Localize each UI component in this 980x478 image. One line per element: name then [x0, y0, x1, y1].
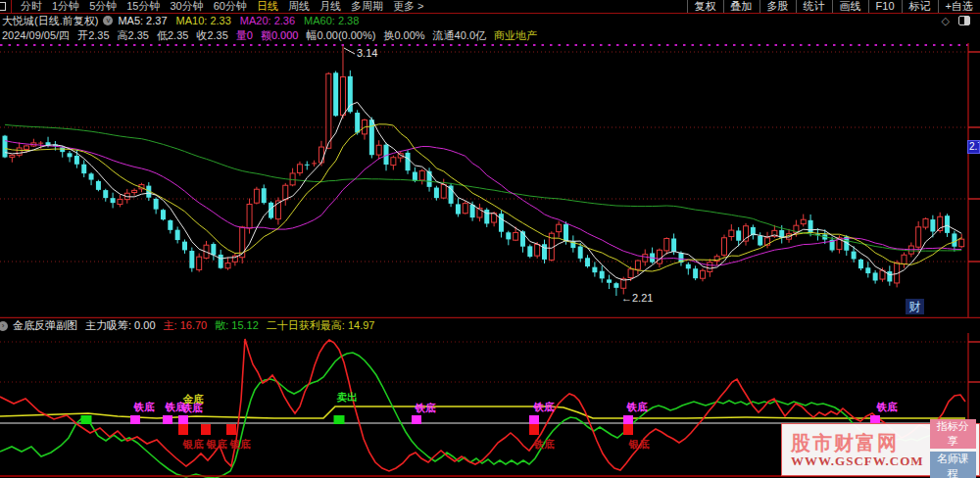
toolbar-button-画线[interactable]: 画线 — [832, 0, 868, 13]
signal-square-red — [226, 424, 236, 435]
panel-expand-icon[interactable]: › — [0, 321, 8, 331]
period-tab-5分钟[interactable]: 5分钟 — [84, 0, 122, 13]
price-axis — [0, 43, 980, 318]
signal-label: 卖出 — [337, 391, 358, 403]
window-icon[interactable] — [0, 2, 6, 11]
watermark-url: WWW.GSCFW.COM — [791, 454, 924, 468]
period-tab-周线[interactable]: 周线 — [283, 0, 315, 13]
price-annotations: 3.14←2.21 — [344, 47, 653, 304]
watermark-badge-indicator-share: 指标分享 — [930, 419, 976, 449]
signal-label: 银底 — [182, 438, 205, 450]
indicator-values: 金底反弹副图主力吸筹: 0.00主: 16.70散: 15.12二十日获利最高:… — [13, 318, 382, 333]
signal-label: 铁底 — [181, 402, 204, 413]
toolbar-divider — [11, 0, 12, 13]
stock-header-row: 大悦城(日线.前复权) v MA5: 2.37MA10: 2.33MA20: 2… — [0, 14, 980, 27]
quote-field-0: 2024/09/05/四 — [2, 27, 70, 43]
signal-square-magenta — [130, 415, 140, 424]
main-chart-canvas[interactable]: 3.14←2.21 — [0, 43, 980, 318]
signal-square-red — [623, 424, 633, 435]
ma-legend-item-1: MA10: 2.33 — [176, 14, 231, 27]
signal-label: 铁底 — [415, 402, 437, 413]
period-tab-30分钟[interactable]: 30分钟 — [166, 0, 209, 13]
signal-square-magenta — [163, 415, 172, 424]
toolbar-button-复权[interactable]: 复权 — [687, 0, 723, 13]
signal-label: 铁底 — [876, 401, 899, 412]
signal-square-magenta — [412, 415, 421, 424]
signal-label: 银底 — [628, 438, 651, 450]
ma-legend-item-3: MA60: 2.38 — [304, 14, 359, 27]
signal-label: 铁底 — [626, 401, 649, 412]
toolbar-button-统计[interactable]: 统计 — [796, 0, 832, 13]
indicator-field-0: 金底反弹副图 — [13, 318, 77, 333]
period-tab-15分钟[interactable]: 15分钟 — [122, 0, 165, 13]
indicator-field-4: 二十日获利最高: 14.97 — [267, 318, 375, 333]
period-tab-月线[interactable]: 月线 — [315, 0, 346, 13]
period-toolbar: 分时1分钟5分钟15分钟30分钟60分钟日线周线月线多周期更多 > 复权叠加多股… — [0, 0, 980, 14]
signal-square-red — [529, 424, 539, 435]
toolbar-button-叠加[interactable]: 叠加 — [723, 0, 760, 13]
ma-legend-item-2: MA20: 2.36 — [240, 14, 295, 27]
quote-field-3: 低2.35 — [157, 27, 188, 43]
quote-field-4: 收2.35 — [196, 27, 227, 43]
toolbar-button-F10[interactable]: F10 — [868, 0, 902, 13]
signal-square-magenta — [623, 415, 633, 424]
period-tab-多周期[interactable]: 多周期 — [346, 0, 388, 13]
watermark-title: 股市财富网 — [791, 432, 924, 454]
signal-square-green — [81, 415, 92, 424]
indicator-field-2: 主: 16.70 — [164, 318, 208, 333]
signal-label: 铁底 — [133, 401, 156, 412]
signal-label: 银底 — [206, 438, 228, 450]
period-tab-更多 >[interactable]: 更多 > — [388, 0, 428, 13]
stock-title: 大悦城(日线.前复权) — [2, 14, 98, 27]
quote-field-5: 量0 — [236, 27, 253, 43]
site-watermark: 股市财富网 WWW.GSCFW.COM 指标分享 名师课程 — [781, 423, 980, 476]
period-tab-1分钟[interactable]: 1分钟 — [47, 0, 84, 13]
period-tab-日线[interactable]: 日线 — [252, 0, 283, 13]
ma-lines — [5, 102, 961, 280]
diamond-icon[interactable]: ◇ — [942, 14, 950, 27]
split-window-icon[interactable] — [958, 16, 970, 25]
quote-field-2: 高2.35 — [118, 27, 149, 43]
indicator-header: › 金底反弹副图主力吸筹: 0.00主: 16.70散: 15.12二十日获利最… — [0, 318, 980, 333]
signal-label: 铁底 — [533, 401, 556, 412]
signal-square-green — [334, 415, 345, 424]
period-menu: 分时1分钟5分钟15分钟30分钟60分钟日线周线月线多周期更多 > — [16, 0, 428, 13]
period-tab-60分钟[interactable]: 60分钟 — [209, 0, 252, 13]
toolbar-button-+自选[interactable]: +自选 — [938, 0, 980, 13]
signal-square-red — [201, 424, 211, 435]
period-tab-分时[interactable]: 分时 — [16, 0, 47, 13]
high-annotation: 3.14 — [357, 47, 377, 59]
quote-field-10: 商业地产 — [494, 27, 537, 43]
signal-square-magenta — [178, 415, 188, 424]
site-mark-label: 财 — [906, 299, 924, 314]
quote-field-9: 流通40.0亿 — [433, 27, 486, 43]
toolbar-right-buttons: 复权叠加多股统计画线F10标记+自选 — [687, 0, 980, 13]
watermark-badge-teacher-course: 名师课程 — [930, 452, 976, 478]
signal-square-magenta — [529, 415, 539, 424]
ma-legend-item-0: MA5: 2.37 — [118, 14, 167, 27]
quote-field-1: 开2.35 — [77, 27, 109, 43]
trading-app-window: 分时1分钟5分钟15分钟30分钟60分钟日线周线月线多周期更多 > 复权叠加多股… — [0, 0, 980, 478]
signal-square-red — [178, 424, 188, 435]
indicator-field-3: 散: 15.12 — [215, 318, 259, 333]
main-grid — [0, 45, 968, 262]
ma-legend: MA5: 2.37MA10: 2.33MA20: 2.36MA60: 2.38 — [118, 14, 368, 27]
low-annotation: ←2.21 — [621, 292, 653, 304]
axis-price-label: 2.7 — [967, 140, 980, 154]
collapse-chevron-icon[interactable]: v — [103, 16, 113, 25]
quote-field-7: 幅0.00(0.00%) — [306, 27, 375, 43]
signal-label: 铁底 — [533, 438, 556, 450]
toolbar-button-标记[interactable]: 标记 — [902, 0, 938, 13]
indicator-field-1: 主力吸筹: 0.00 — [85, 318, 156, 333]
quote-field-8: 换0.00% — [383, 27, 424, 43]
toolbar-button-多股[interactable]: 多股 — [760, 0, 796, 13]
quote-row: 2024/09/05/四开2.35高2.35低2.35收2.35量0额0.000… — [0, 27, 980, 43]
sub-grid — [0, 342, 968, 382]
quote-field-6: 额0.000 — [261, 27, 299, 43]
signal-label: 银底 — [229, 438, 252, 450]
